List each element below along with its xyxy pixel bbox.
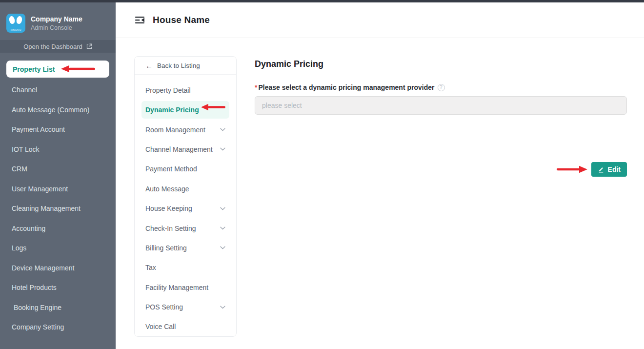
sidebar-item-label: User Management — [12, 185, 68, 193]
sidebar-item-label: Channel — [12, 86, 37, 94]
menu-fold-icon[interactable] — [135, 16, 144, 24]
submenu-item-facility-management[interactable]: Facility Management — [135, 278, 236, 297]
submenu-item-label: Property Detail — [145, 86, 191, 94]
sidebar-menu: Property List Channel Auto Message (Comm… — [0, 61, 116, 337]
sidebar-item-label: Auto Message (Common) — [12, 106, 90, 114]
pencil-icon — [598, 166, 604, 173]
sidebar-item-auto-message-common[interactable]: Auto Message (Common) — [0, 100, 116, 120]
open-dashboard-link[interactable]: Open the Dashboard — [0, 40, 116, 53]
back-to-listing-link[interactable]: ← Back to Listing — [135, 57, 236, 75]
sidebar-item-label: Booking Engine — [12, 304, 61, 311]
edit-button-label: Edit — [608, 165, 621, 173]
sidebar-item-company-setting[interactable]: Company Setting — [0, 317, 116, 337]
sidebar-item-hotel-products[interactable]: Hotel Products — [0, 278, 116, 298]
back-to-listing-label: Back to Listing — [157, 62, 200, 69]
submenu-item-label: Room Management — [145, 126, 205, 134]
sidebar-item-device-management[interactable]: Device Management — [0, 258, 116, 278]
provider-select[interactable] — [255, 96, 627, 115]
logo-text: QINGZOU — [9, 29, 22, 31]
admin-console-page: QINGZOU Company Name Admin Console Open … — [0, 0, 644, 349]
submenu-item-label: Channel Management — [145, 145, 213, 153]
back-arrow-icon: ← — [145, 62, 153, 69]
sidebar-item-label: Hotel Products — [12, 284, 57, 291]
sidebar-item-iot-lock[interactable]: IOT Lock — [0, 140, 116, 160]
sidebar-item-channel[interactable]: Channel — [0, 80, 116, 100]
external-link-icon — [86, 43, 92, 49]
sidebar-item-label: Property List — [13, 65, 55, 73]
annotation-arrow-left-icon — [61, 65, 95, 73]
submenu-item-tax[interactable]: Tax — [135, 258, 236, 277]
annotation-arrow-left-icon — [201, 103, 225, 111]
property-settings-menu: ← Back to Listing Property Detail Dynami… — [134, 56, 237, 337]
page-title: House Name — [153, 15, 210, 25]
submenu-item-room-management[interactable]: Room Management — [135, 120, 236, 139]
annotation-arrow-right-icon — [557, 165, 587, 173]
submenu-item-label: Tax — [145, 264, 156, 271]
sidebar-item-booking-engine[interactable]: Booking Engine — [0, 298, 116, 318]
page-header: House Name — [116, 2, 644, 38]
submenu-item-pos-setting[interactable]: POS Setting — [135, 297, 236, 317]
chevron-down-icon — [220, 147, 225, 151]
submenu-item-billing-setting[interactable]: Billing Setting — [135, 238, 236, 258]
open-dashboard-label: Open the Dashboard — [23, 43, 82, 50]
company-name: Company Name — [31, 15, 82, 23]
edit-button-row: Edit — [255, 162, 627, 177]
submenu-list: Property Detail Dynamic Pricing Room Man… — [135, 75, 236, 337]
sidebar-item-label: Accounting — [12, 225, 45, 232]
chevron-down-icon — [220, 226, 225, 230]
section-title: Dynamic Pricing — [255, 59, 627, 69]
provider-field-label: Please select a dynamic pricing manageme… — [258, 83, 434, 91]
sidebar-item-logs[interactable]: Logs — [0, 238, 116, 258]
sidebar-item-label: CRM — [12, 165, 27, 173]
sidebar-item-crm[interactable]: CRM — [0, 159, 116, 179]
sidebar-item-label: Device Management — [12, 264, 74, 272]
sidebar: QINGZOU Company Name Admin Console Open … — [0, 0, 116, 349]
sidebar-item-payment-account[interactable]: Payment Account — [0, 120, 116, 140]
top-edge-strip — [0, 0, 644, 2]
submenu-item-house-keeping[interactable]: House Keeping — [135, 199, 236, 218]
sidebar-item-cleaning-management[interactable]: Cleaning Management — [0, 199, 116, 219]
submenu-item-label: Voice Call — [145, 323, 176, 330]
submenu-item-label: Billing Setting — [145, 244, 187, 252]
help-circle-icon[interactable]: ? — [438, 84, 445, 91]
chevron-down-icon — [220, 246, 225, 249]
submenu-item-label: POS Setting — [145, 303, 183, 311]
submenu-item-label: Payment Method — [145, 165, 197, 173]
chevron-down-icon — [220, 207, 225, 210]
logo-shape — [8, 16, 16, 24]
chevron-down-icon — [220, 306, 225, 309]
sidebar-item-label: IOT Lock — [12, 145, 40, 153]
provider-field-label-row: * Please select a dynamic pricing manage… — [255, 83, 627, 91]
logo-shape — [16, 16, 23, 24]
submenu-item-property-detail[interactable]: Property Detail — [135, 81, 236, 100]
submenu-item-label: Dynamic Pricing — [145, 106, 199, 114]
submenu-item-label: House Keeping — [145, 205, 192, 212]
required-asterisk: * — [255, 83, 257, 91]
submenu-item-channel-management[interactable]: Channel Management — [135, 140, 236, 159]
company-logo: QINGZOU — [6, 14, 25, 33]
company-subtitle: Admin Console — [31, 24, 82, 31]
submenu-item-label: Check-In Setting — [145, 225, 196, 232]
sidebar-item-accounting[interactable]: Accounting — [0, 219, 116, 239]
brand-block: QINGZOU Company Name Admin Console — [0, 0, 116, 37]
submenu-item-auto-message[interactable]: Auto Message — [135, 179, 236, 199]
sidebar-item-label: Company Setting — [12, 323, 64, 331]
submenu-item-payment-method[interactable]: Payment Method — [135, 159, 236, 179]
sidebar-item-label: Logs — [12, 244, 26, 252]
submenu-item-label: Auto Message — [145, 185, 189, 193]
sidebar-item-label: Payment Account — [12, 125, 65, 133]
sidebar-item-user-management[interactable]: User Management — [0, 179, 116, 199]
dynamic-pricing-panel: Dynamic Pricing * Please select a dynami… — [255, 59, 627, 177]
edit-button[interactable]: Edit — [591, 162, 627, 177]
submenu-item-voice-call[interactable]: Voice Call — [135, 317, 236, 336]
sidebar-item-label: Cleaning Management — [12, 205, 80, 212]
submenu-item-check-in-setting[interactable]: Check-In Setting — [135, 218, 236, 238]
chevron-down-icon — [220, 128, 225, 131]
submenu-item-label: Facility Management — [145, 284, 208, 291]
